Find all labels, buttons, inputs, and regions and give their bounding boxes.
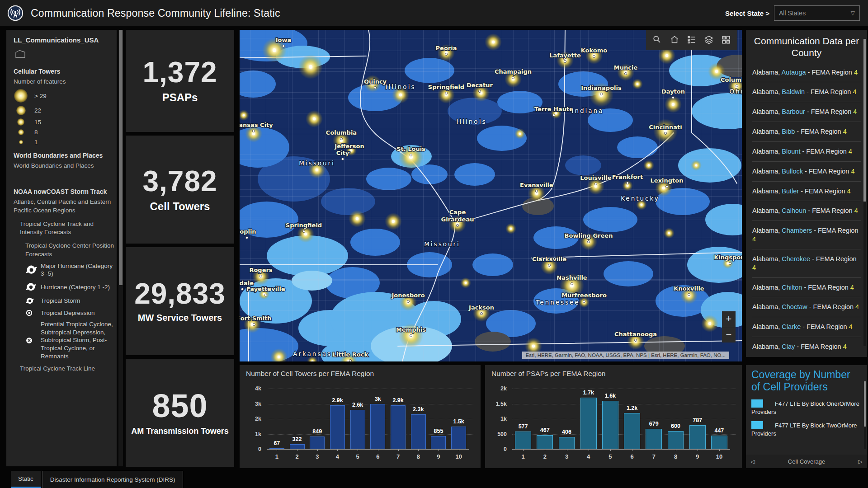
bar-value-label: 447 [714, 427, 724, 434]
next-arrow-icon[interactable]: ▷ [858, 458, 863, 465]
bar-region-2[interactable] [537, 435, 553, 449]
county-row-fema-text: - FEMA Region [799, 188, 847, 195]
county-list-scrollbar[interactable] [863, 39, 866, 346]
county-row[interactable]: Alabama, Barbour - FEMA Region 4 [752, 102, 861, 122]
tab-static[interactable]: Static [11, 471, 41, 488]
tab-disaster-information-reporting-system-dirs[interactable]: Disaster Information Reporting System (D… [42, 471, 183, 488]
county-row[interactable]: Alabama, Bullock - FEMA Region 4 [752, 161, 861, 181]
layers-icon[interactable] [701, 32, 717, 47]
x-axis-label: 9 [696, 453, 699, 460]
bar-value-label: 787 [693, 417, 702, 423]
bar-region-10[interactable] [711, 436, 727, 449]
bar-region-1[interactable] [515, 432, 531, 449]
search-icon[interactable] [650, 32, 665, 47]
bar-region-5[interactable] [602, 401, 618, 449]
county-row-fema-text: - FEMA Region [806, 207, 854, 214]
city-marker [600, 93, 602, 95]
county-row[interactable]: Alabama, Clarke - FEMA Region 4 [752, 317, 861, 337]
noaa-regions-label: Atlantic, Central Pacific and Eastern Pa… [14, 198, 117, 214]
legend-icon[interactable] [684, 32, 699, 47]
city-marker [445, 53, 447, 55]
bar-value-label: 1.2k [627, 405, 637, 411]
bar-region-4[interactable] [580, 398, 597, 449]
county-row-fema-text: - FEMA Region [801, 323, 849, 330]
noaa-legend-item: Tropical Storm [25, 296, 117, 305]
bar-region-9[interactable] [431, 436, 446, 449]
county-row[interactable]: Alabama, Baldwin - FEMA Region 4 [752, 82, 861, 102]
map-view[interactable]: IowaPeoriaLafayetteKokomoMuncieColumbusC… [240, 30, 742, 361]
county-row[interactable]: Alabama, Cherokee - FEMA Region 4 [752, 249, 861, 277]
coverage-scrollbar[interactable] [864, 381, 866, 449]
world-boundaries-sublayer: World Boundaries and Places [14, 162, 117, 170]
psaps-chart: 05001k1.5k2k5771467240631.7k41.6k51.2k66… [491, 379, 736, 463]
coverage-panel: Coverage by Number of Cell Providers F47… [746, 365, 867, 468]
county-row-name: Chambers [782, 227, 812, 234]
zoom-out-button[interactable]: − [722, 327, 736, 343]
county-row[interactable]: Alabama, Clay - FEMA Region 4 [752, 337, 861, 357]
noaa-legend-label: Hurricane (Category 1 -2) [41, 283, 110, 291]
coverage-panel-title: Coverage by Number of Cell Providers [751, 369, 862, 393]
county-list-scrollbar-thumb[interactable] [863, 39, 866, 202]
bar-region-7[interactable] [391, 405, 406, 449]
county-row-fema-region: 4 [752, 235, 756, 243]
bar-region-6[interactable] [624, 413, 640, 449]
county-row-fema-region: 4 [850, 284, 854, 291]
bar-region-9[interactable] [689, 425, 706, 449]
stat-card-am-towers: 850 AM Transmission Towers [126, 359, 234, 467]
psap-cluster-core [350, 150, 353, 152]
map-canvas[interactable]: IowaPeoriaLafayetteKokomoMuncieColumbusC… [240, 30, 742, 361]
am-towers-label: AM Transmission Towers [131, 427, 229, 436]
state-dropdown[interactable]: All States ▽ [774, 5, 860, 21]
bar-region-3[interactable] [310, 436, 325, 449]
city-marker [626, 182, 628, 184]
county-row-fema-region: 4 [855, 303, 859, 310]
x-axis-label: 9 [437, 453, 440, 460]
county-row[interactable]: Alabama, Blount - FEMA Region 4 [752, 141, 861, 161]
bar-region-5[interactable] [350, 410, 365, 449]
bar-value-label: 1.5k [453, 418, 464, 425]
county-row[interactable]: Alabama, Bibb - FEMA Region 4 [752, 122, 861, 141]
app-header: Communication Response Community Lifelin… [0, 0, 868, 27]
state-label: Kentucky [621, 195, 660, 202]
x-axis-label: 2 [543, 453, 547, 460]
bar-region-10[interactable] [451, 427, 466, 449]
noaa-storm-track-title: NOAA nowCOAST Storm Track [14, 188, 117, 195]
city-label: Jonesboro [391, 292, 425, 299]
county-row[interactable]: Alabama, Chambers - FEMA Region 4 [752, 221, 861, 249]
coverage-scrollbar-thumb[interactable] [864, 381, 866, 427]
state-label: Illinois [386, 83, 416, 90]
prev-arrow-icon[interactable]: ◁ [750, 458, 755, 465]
county-row-name: Choctaw [782, 303, 807, 310]
bar-region-4[interactable] [330, 405, 345, 449]
sidebar-scrollbar-thumb[interactable] [119, 30, 123, 285]
psap-cluster-core [708, 322, 711, 325]
glow-dot-icon [16, 106, 26, 115]
city-marker [264, 294, 267, 296]
county-row-fema-text: - FEMA Region [795, 343, 843, 350]
home-icon[interactable] [667, 32, 682, 47]
x-axis-label: 4 [587, 453, 590, 460]
county-row[interactable]: Alabama, Butler - FEMA Region 4 [752, 181, 861, 201]
county-row-fema-region: 4 [847, 188, 851, 195]
city-marker [341, 158, 344, 160]
city-label: Rogers [249, 267, 272, 273]
county-row[interactable]: Alabama, Chilton - FEMA Region 4 [752, 277, 861, 297]
coverage-legend: F477 LTE By Block OnerOrMore ProvidersF4… [751, 399, 862, 437]
city-label: City [336, 150, 349, 156]
county-row[interactable]: Alabama, Choctaw - FEMA Region 4 [752, 297, 861, 317]
city-label: Memphis [396, 326, 426, 333]
bar-region-6[interactable] [370, 404, 385, 450]
county-row[interactable]: Alabama, Autauga - FEMA Region 4 [752, 63, 861, 82]
bar-region-8[interactable] [411, 414, 426, 449]
bar-region-3[interactable] [559, 437, 575, 449]
city-label: Louisville [580, 174, 612, 181]
county-row[interactable]: Alabama, Calhoun - FEMA Region 4 [752, 201, 861, 221]
basemap-icon[interactable] [718, 32, 734, 47]
sidebar-scrollbar[interactable] [118, 30, 123, 466]
stat-card-psaps: 1,372 PSAPs [126, 30, 234, 132]
bar-region-2[interactable] [290, 444, 305, 449]
bar-region-8[interactable] [668, 431, 684, 449]
bar-region-7[interactable] [646, 429, 662, 449]
y-axis-tick-label: 2k [491, 385, 507, 392]
zoom-in-button[interactable]: + [722, 311, 736, 327]
